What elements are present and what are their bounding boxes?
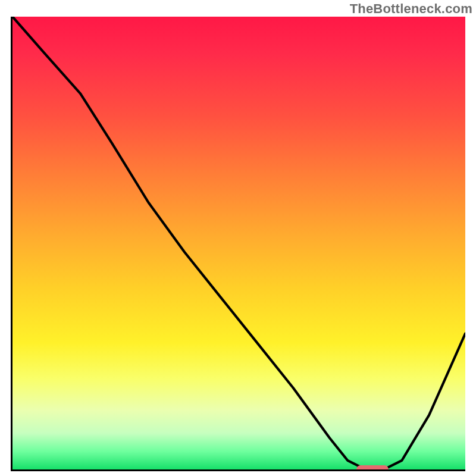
watermark-text: TheBottleneck.com bbox=[350, 1, 472, 17]
chart-container: TheBottleneck.com bbox=[0, 0, 476, 476]
curve-svg bbox=[12, 17, 465, 469]
plot-area bbox=[11, 17, 465, 471]
optimal-marker bbox=[356, 465, 388, 471]
bottleneck-curve bbox=[12, 17, 465, 469]
